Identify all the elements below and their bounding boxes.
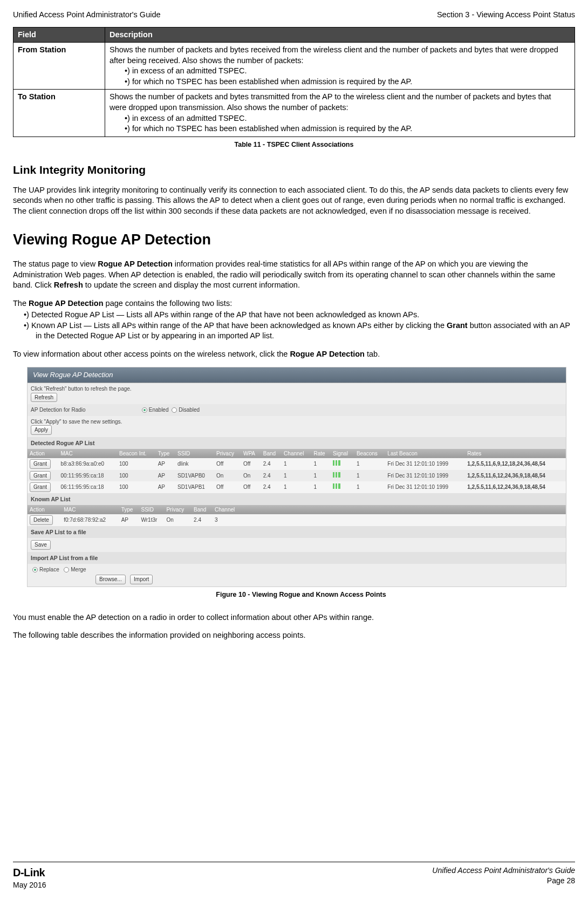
list-item-known: Known AP List — Lists all APs within ran… bbox=[24, 321, 575, 342]
bullet-item: in excess of an admitted TSPEC. bbox=[125, 113, 570, 124]
grant-button[interactable]: Grant bbox=[30, 471, 51, 481]
bullet-item: in excess of an admitted TSPEC. bbox=[125, 66, 570, 77]
delete-button[interactable]: Delete bbox=[30, 515, 53, 525]
replace-label: Replace bbox=[39, 567, 59, 572]
table-row: Delete f0:7d:68:78:92:a2 AP Wr1t3r On 2.… bbox=[28, 514, 566, 526]
desc-text: Shows the number of packets and bytes tr… bbox=[110, 92, 551, 112]
table-row: Grant 00:11:95:95:ca:18 100 AP SD1VAPB0 … bbox=[28, 470, 566, 482]
table-row: Grant b8:a3:86:9a:a0:e0 100 AP dlink Off… bbox=[28, 458, 566, 470]
detected-header-row: Action MAC Beacon Int. Type SSID Privacy… bbox=[28, 449, 566, 459]
field-to-station: To Station bbox=[13, 90, 105, 137]
paragraph-after-1: You must enable the AP detection on a ra… bbox=[13, 612, 575, 623]
import-list-title: Import AP List from a file bbox=[28, 552, 566, 564]
detected-list-title: Detected Rogue AP List bbox=[28, 437, 566, 449]
page-footer: D-Link May 2016 Unified Access Point Adm… bbox=[13, 862, 575, 890]
bullet-item: for which no TSPEC has been established … bbox=[125, 77, 570, 87]
ui-window-title: View Rogue AP Detection bbox=[28, 367, 566, 383]
paragraph-rogue-2: The Rogue AP Detection page contains the… bbox=[13, 298, 575, 309]
footer-page: Page 28 bbox=[432, 876, 575, 886]
header-right: Section 3 - Viewing Access Point Status bbox=[437, 10, 575, 21]
footer-title: Unified Access Point Administrator's Gui… bbox=[432, 865, 575, 876]
paragraph-rogue-1: The status page to view Rogue AP Detecti… bbox=[13, 259, 575, 291]
heading-rogue-ap: Viewing Rogue AP Detection bbox=[13, 230, 575, 249]
browse-button[interactable]: Browse... bbox=[95, 575, 126, 584]
table-row: From Station Shows the number of packets… bbox=[13, 43, 575, 90]
refresh-hint: Click "Refresh" button to refresh the pa… bbox=[31, 385, 563, 393]
radio-merge[interactable] bbox=[64, 567, 69, 572]
ui-apply-section: Click "Apply" to save the new settings. … bbox=[28, 416, 566, 437]
refresh-button[interactable]: Refresh bbox=[31, 393, 57, 403]
import-button[interactable]: Import bbox=[130, 575, 153, 584]
grant-button[interactable]: Grant bbox=[30, 482, 51, 492]
ui-save-section: Save bbox=[28, 538, 566, 552]
known-list-title: Known AP List bbox=[28, 493, 566, 505]
table11-caption: Table 11 - TSPEC Client Associations bbox=[13, 140, 575, 149]
table-tspec: Field Description From Station Shows the… bbox=[13, 27, 575, 137]
paragraph-after-2: The following table describes the inform… bbox=[13, 630, 575, 641]
save-list-title: Save AP List to a file bbox=[28, 526, 566, 538]
page-header: Unified Access Point Administrator's Gui… bbox=[13, 10, 575, 21]
known-table: Action MAC Type SSID Privacy Band Channe… bbox=[28, 505, 566, 526]
dlink-logo: D-Link bbox=[13, 865, 46, 880]
ui-import-section: Replace Merge Browse... Import bbox=[28, 564, 566, 587]
known-header-row: Action MAC Type SSID Privacy Band Channe… bbox=[28, 505, 566, 515]
field-from-station: From Station bbox=[13, 43, 105, 90]
ui-radio-section: AP Detection for Radio Enabled Disabled bbox=[28, 404, 566, 416]
figure-rogue-ap: View Rogue AP Detection Click "Refresh" … bbox=[27, 367, 575, 599]
paragraph-link-integrity: The UAP provides link integrity monitori… bbox=[13, 185, 575, 217]
bullet-item: for which no TSPEC has been established … bbox=[125, 124, 570, 134]
grant-button[interactable]: Grant bbox=[30, 459, 51, 469]
radio-replace[interactable] bbox=[32, 567, 38, 572]
ui-refresh-section: Click "Refresh" button to refresh the pa… bbox=[28, 383, 566, 404]
apply-button[interactable]: Apply bbox=[31, 425, 52, 435]
col-description: Description bbox=[105, 27, 575, 43]
col-field: Field bbox=[13, 27, 105, 43]
detected-table: Action MAC Beacon Int. Type SSID Privacy… bbox=[28, 449, 566, 493]
radio-label: AP Detection for Radio bbox=[31, 406, 139, 414]
signal-icon bbox=[333, 460, 340, 466]
ui-screenshot: View Rogue AP Detection Click "Refresh" … bbox=[27, 367, 566, 587]
desc-text: Shows the number of packets and bytes re… bbox=[110, 45, 558, 65]
header-left: Unified Access Point Administrator's Gui… bbox=[13, 10, 161, 21]
apply-hint: Click "Apply" to save the new settings. bbox=[31, 418, 563, 426]
footer-date: May 2016 bbox=[13, 880, 46, 890]
paragraph-rogue-3: To view information about other access p… bbox=[13, 349, 575, 360]
signal-icon bbox=[333, 472, 340, 478]
figure-caption: Figure 10 - Viewing Rogue and Known Acce… bbox=[27, 590, 575, 599]
radio-enabled[interactable] bbox=[142, 407, 147, 413]
save-button[interactable]: Save bbox=[31, 540, 51, 550]
signal-icon bbox=[333, 483, 340, 489]
radio-disabled[interactable] bbox=[172, 407, 177, 413]
enabled-label: Enabled bbox=[149, 407, 169, 413]
merge-label: Merge bbox=[71, 567, 86, 572]
disabled-label: Disabled bbox=[179, 407, 200, 413]
heading-link-integrity: Link Integrity Monitoring bbox=[13, 162, 575, 178]
table-row: Grant 06:11:95:95:ca:18 100 AP SD1VAPB1 … bbox=[28, 481, 566, 493]
list-item-detected: Detected Rogue AP List — Lists all APs w… bbox=[24, 310, 575, 321]
table-row: To Station Shows the number of packets a… bbox=[13, 90, 575, 137]
desc-from-station: Shows the number of packets and bytes re… bbox=[105, 43, 575, 90]
desc-to-station: Shows the number of packets and bytes tr… bbox=[105, 90, 575, 137]
rogue-lists: Detected Rogue AP List — Lists all APs w… bbox=[13, 310, 575, 342]
